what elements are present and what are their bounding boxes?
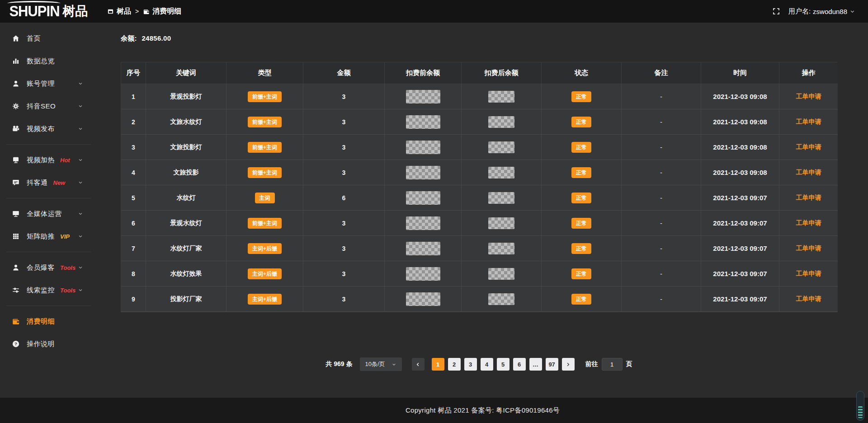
page-button-6[interactable]: 6 (513, 358, 526, 371)
page-button-2[interactable]: 2 (448, 358, 461, 371)
page-button-5[interactable]: 5 (497, 358, 509, 371)
sidebar-item-消费明细[interactable]: 消费明细 (0, 310, 97, 333)
main-content: 余额: 24856.00 序号关键词类型金额扣费前余额扣费后余额状态备注时间操作… (97, 23, 868, 423)
row-index: 2 (121, 109, 146, 135)
time-cell: 2021-12-03 09:07 (701, 236, 779, 261)
balance-after-cell (462, 109, 542, 135)
user-menu[interactable]: 用户名: zswodun88 (788, 7, 855, 16)
work-order-link[interactable]: 工单申请 (796, 244, 821, 253)
sidebar-item-数据总览[interactable]: 数据总览 (0, 50, 97, 72)
masked-value (488, 91, 514, 103)
balance-after-cell (462, 211, 542, 236)
sidebar-item-label: 数据总览 (27, 57, 55, 66)
keyword-cell: 文旅投影 (146, 160, 226, 185)
balance-before-cell (385, 84, 462, 109)
masked-value (406, 90, 440, 103)
status-cell: 正常 (542, 135, 622, 160)
status-badge: 正常 (571, 268, 591, 279)
column-header-金额: 金额 (303, 62, 385, 84)
chevron-down-icon (78, 180, 83, 185)
status-badge: 正常 (571, 117, 591, 127)
chevron-wrap (78, 125, 90, 133)
type-badge: 前缀+主词 (248, 218, 282, 229)
type-cell: 主词+后缀 (226, 287, 303, 312)
sidebar-item-视频发布[interactable]: 视频发布 (0, 118, 97, 140)
breadcrumb-label: 消费明细 (152, 7, 181, 16)
sidebar-item-首页[interactable]: 首页 (0, 27, 97, 50)
page-button-3[interactable]: 3 (464, 358, 477, 371)
row-index: 5 (121, 185, 146, 211)
action-cell: 工单申请 (779, 287, 838, 312)
chevron-wrap (78, 103, 90, 110)
masked-value (406, 216, 440, 230)
sidebar-item-抖音SEO[interactable]: 抖音SEO (0, 95, 97, 118)
status-badge: 正常 (571, 142, 591, 153)
work-order-link[interactable]: 工单申请 (796, 295, 821, 303)
chevron-wrap (78, 179, 90, 187)
work-order-link[interactable]: 工单申请 (796, 219, 821, 227)
prev-page-button[interactable] (412, 358, 425, 371)
keyword-cell: 景观水纹灯 (146, 211, 226, 236)
sidebar-item-会员爆客[interactable]: 会员爆客Tools (0, 256, 97, 279)
next-page-button[interactable] (562, 358, 575, 371)
breadcrumb-label: 树品 (117, 7, 131, 16)
balance-after-cell (462, 84, 542, 109)
balance-value: 24856.00 (142, 34, 171, 42)
sidebar-item-操作说明[interactable]: ?操作说明 (0, 333, 97, 355)
svg-text:?: ? (14, 341, 17, 346)
sidebar-item-抖客通[interactable]: 抖客通New (0, 171, 97, 194)
chevron-wrap (78, 264, 90, 272)
work-order-link[interactable]: 工单申请 (796, 118, 821, 126)
goto-page-input[interactable] (602, 358, 623, 371)
masked-value (488, 217, 514, 229)
bar-chart-icon (12, 57, 20, 65)
type-badge: 前缀+主词 (248, 142, 282, 153)
page-size-value: 10条/页 (365, 360, 385, 368)
work-order-link[interactable]: 工单申请 (796, 169, 821, 177)
sidebar-item-label: 抖音SEO (27, 102, 56, 111)
amount-cell: 3 (303, 261, 385, 287)
chevron-down-icon (78, 211, 83, 216)
amount-cell: 3 (303, 236, 385, 261)
sidebar-item-全媒体运营[interactable]: 全媒体运营 (0, 202, 97, 225)
work-order-link[interactable]: 工单申请 (796, 93, 821, 101)
page-button-1[interactable]: 1 (432, 358, 444, 371)
status-badge: 正常 (571, 91, 591, 102)
amount-cell: 3 (303, 287, 385, 312)
breadcrumb-home[interactable]: 树品 (107, 7, 131, 16)
sidebar-item-账号管理[interactable]: 账号管理 (0, 72, 97, 95)
chevron-wrap (78, 287, 90, 294)
remark-cell: - (622, 261, 701, 287)
masked-value (488, 192, 514, 204)
sidebar-menu: 首页数据总览账号管理抖音SEO视频发布视频加热Hot抖客通New全媒体运营矩阵助… (0, 23, 97, 423)
remark-cell: - (622, 109, 701, 135)
sidebar-item-label: 视频发布 (27, 125, 55, 133)
breadcrumb-current[interactable]: 消费明细 (143, 7, 181, 16)
fullscreen-button[interactable] (772, 7, 780, 15)
page-button-4[interactable]: 4 (481, 358, 493, 371)
work-order-link[interactable]: 工单申请 (796, 143, 821, 151)
balance-after-cell (462, 287, 542, 312)
status-cell: 正常 (542, 211, 622, 236)
amount-cell: 3 (303, 135, 385, 160)
page-size-select[interactable]: 10条/页 (360, 357, 402, 371)
page-ellipsis-button[interactable]: … (529, 358, 542, 371)
wallet-icon (143, 8, 150, 15)
balance-before-cell (385, 185, 462, 211)
sidebar-item-矩阵助推[interactable]: 矩阵助推VIP (0, 225, 97, 248)
time-cell: 2021-12-03 09:07 (701, 211, 779, 236)
sidebar-divider (6, 144, 91, 145)
page-button-97[interactable]: 97 (546, 358, 558, 371)
status-badge: 正常 (571, 243, 591, 254)
floating-widget[interactable] (856, 391, 864, 421)
work-order-link[interactable]: 工单申请 (796, 194, 821, 202)
sidebar-item-视频加热[interactable]: 视频加热Hot (0, 149, 97, 171)
sidebar-item-tag: Tools (60, 287, 75, 294)
status-cell: 正常 (542, 185, 622, 211)
masked-value (406, 141, 440, 154)
logo-text-cn: 树品 (63, 3, 88, 20)
status-cell: 正常 (542, 160, 622, 185)
work-order-link[interactable]: 工单申请 (796, 270, 821, 278)
chat-icon (12, 179, 20, 187)
sidebar-item-线索监控[interactable]: 线索监控Tools (0, 279, 97, 301)
